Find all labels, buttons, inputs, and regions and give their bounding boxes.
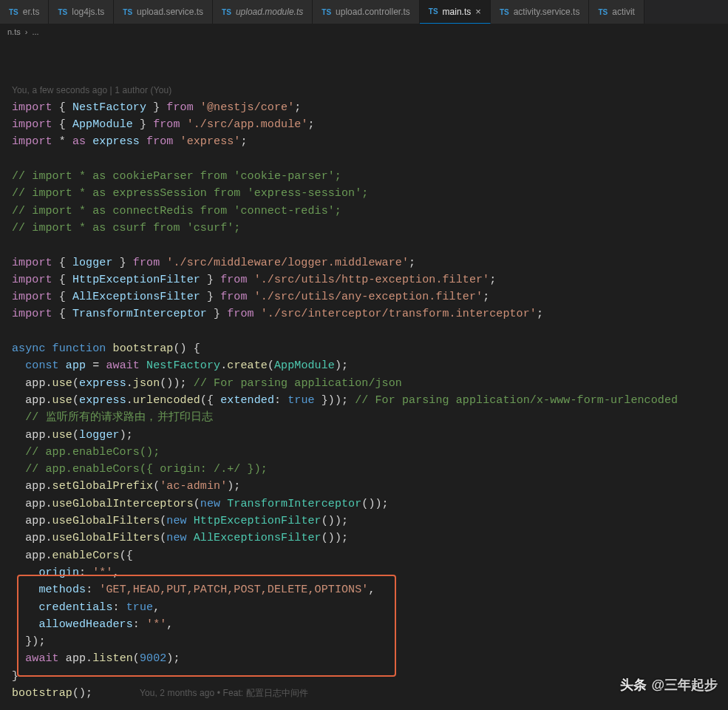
breadcrumb-item: n.ts (7, 27, 21, 36)
code-line: app.use(express.json()); // For parsing … (12, 375, 724, 392)
tab-main[interactable]: TSmain.ts× (420, 0, 491, 24)
code-line: import { NestFactory } from '@nestjs/cor… (12, 99, 724, 116)
code-line: app.use(logger); (12, 427, 724, 444)
breadcrumb-rest: ... (32, 27, 38, 36)
close-icon[interactable]: × (475, 6, 481, 17)
tab-er[interactable]: TSer.ts (0, 0, 49, 24)
code-line: app.useGlobalFilters(new HttpExceptionFi… (12, 513, 724, 530)
tab-label: activity.service.ts (514, 7, 580, 17)
code-line: allowedHeaders: '*', (12, 616, 724, 633)
code-editor[interactable]: You, a few seconds ago | 1 author (You) … (0, 40, 728, 709)
code-line: app.setGlobalPrefix('ac-admin'); (12, 478, 724, 495)
code-line: origin: '*', (12, 564, 724, 581)
code-line: app.useGlobalInterceptors(new TransformI… (12, 496, 724, 513)
code-line: app.use(express.urlencoded({ extended: t… (12, 392, 724, 409)
tab-upload-module[interactable]: TSupload.module.ts (213, 0, 313, 24)
code-line: bootstrap(); You, 2 months ago • Feat: 配… (12, 685, 724, 702)
code-line: methods: 'GET,HEAD,PUT,PATCH,POST,DELETE… (12, 581, 724, 598)
code-line: import { AllExceptionsFilter } from './s… (12, 288, 724, 305)
ts-icon: TS (429, 7, 438, 16)
tab-label: upload.service.ts (137, 7, 203, 17)
tab-activity-service[interactable]: TSactivity.service.ts (491, 0, 590, 24)
code-comment: // 监听所有的请求路由，并打印日志 (12, 409, 724, 426)
tab-upload-controller[interactable]: TSupload.controller.ts (313, 0, 420, 24)
code-line: import { logger } from './src/middleware… (12, 254, 724, 271)
code-line: import { HttpExceptionFilter } from './s… (12, 271, 724, 288)
breadcrumb[interactable]: n.ts › ... (0, 24, 728, 40)
watermark-handle: @三年起步 (651, 676, 718, 694)
ts-icon: TS (9, 8, 18, 16)
watermark-brand: 头条 (620, 676, 647, 694)
tab-upload-service[interactable]: TSupload.service.ts (114, 0, 213, 24)
code-comment: // import * as csurf from 'csurf'; (12, 220, 724, 237)
ts-icon: TS (123, 8, 132, 16)
tab-activit[interactable]: TSactivit (589, 0, 644, 24)
code-line: app.enableCors({ (12, 547, 724, 564)
ts-icon: TS (500, 8, 509, 16)
code-comment: // app.enableCors({ origin: /.+/ }); (12, 461, 724, 478)
code-comment: // import * as connectRedis from 'connec… (12, 203, 724, 220)
code-line: credentials: true, (12, 599, 724, 616)
tab-label: upload.controller.ts (336, 7, 410, 17)
breadcrumb-sep: › (25, 27, 28, 36)
code-line: }); (12, 633, 724, 650)
code-line: import { TransformInterceptor } from './… (12, 305, 724, 322)
tab-label: upload.module.ts (236, 7, 303, 17)
tab-log4js[interactable]: TSlog4js.ts (49, 0, 114, 24)
git-blame-header: You, a few seconds ago | 1 author (You) (12, 82, 724, 99)
code-line: const app = await NestFactory.create(App… (12, 357, 724, 374)
watermark: 头条 @三年起步 (620, 676, 718, 694)
code-line: await app.listen(9002); (12, 650, 724, 667)
ts-icon: TS (598, 8, 608, 16)
tab-label: er.ts (23, 7, 40, 17)
code-line: async function bootstrap() { (12, 340, 724, 357)
code-line: app.useGlobalFilters(new AllExceptionsFi… (12, 530, 724, 547)
code-line: import * as express from 'express'; (12, 133, 724, 150)
tab-bar: TSer.ts TSlog4js.ts TSupload.service.ts … (0, 0, 728, 24)
code-comment: // import * as expressSession from 'expr… (12, 185, 724, 202)
code-line: } (12, 668, 724, 685)
code-comment: // import * as cookieParser from 'cookie… (12, 168, 724, 185)
tab-label: log4js.ts (72, 7, 104, 17)
ts-icon: TS (58, 8, 67, 16)
ts-icon: TS (322, 8, 331, 16)
tab-label: main.ts (443, 7, 472, 17)
tab-label: activit (612, 7, 635, 17)
ts-icon: TS (222, 8, 231, 16)
git-blame-inline: You, 2 months ago • Feat: 配置日志中间件 (140, 688, 308, 698)
code-comment: // app.enableCors(); (12, 444, 724, 461)
code-line: import { AppModule } from './src/app.mod… (12, 116, 724, 133)
